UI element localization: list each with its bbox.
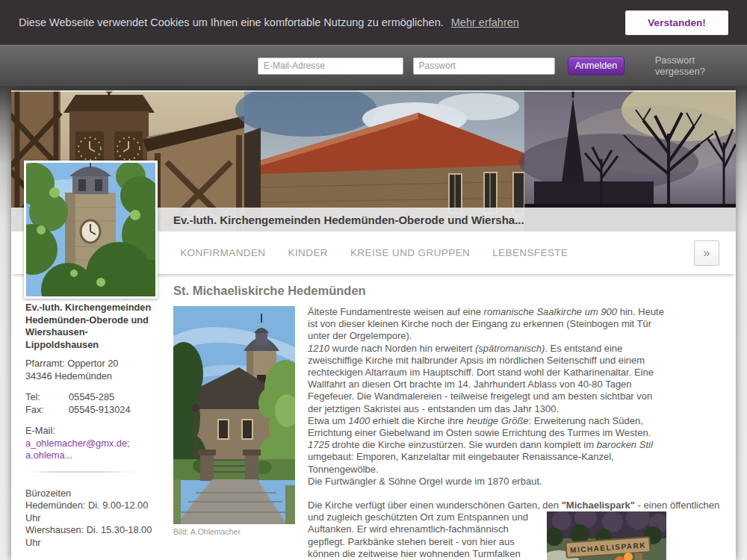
paragraph-park: Die Kirche verfügt über einen wunderschö…	[308, 500, 666, 560]
page-background: Diese Webseite verwendet Cookies um Ihne…	[0, 0, 747, 560]
password-field[interactable]	[413, 57, 556, 75]
email-link[interactable]: a_ohlemacher@gmx.de; a.ohlema...	[25, 438, 157, 462]
office-hours-line: Hedemünden: Di. 9.00-12.00 Uhr	[25, 500, 157, 524]
sidebar-office-hours: Bürozeiten Hedemünden: Di. 9.00-12.00 Uh…	[25, 488, 157, 550]
text-segment: Die Furtwängler & Söhne Orgel wurde im 1…	[308, 476, 542, 487]
nav-next-button[interactable]: »	[694, 240, 719, 266]
text-segment: - einen öffentlichen	[635, 500, 719, 511]
cookie-message: Diese Webseite verwendet Cookies um Ihne…	[19, 16, 444, 28]
text-segment: heutige Größe	[466, 415, 528, 426]
text-segment: romanische Saalkirche um 900	[484, 306, 617, 317]
tel-value: 05545-285	[69, 391, 114, 404]
article-text: Älteste Fundamentreste weisen auf eine r…	[308, 306, 666, 560]
sidebar: Ev.-luth. Kirchengemeinden Hedemünden-Ob…	[11, 274, 166, 560]
text-segment: Älteste Fundamentreste weisen auf eine	[308, 306, 484, 317]
cookie-accept-button[interactable]: Verstanden!	[625, 10, 728, 35]
email-label: E-Mail:	[25, 425, 157, 438]
office-hours-line: Wiershausen: Di. 15.30-18.00 Uhr	[25, 524, 157, 549]
fax-value: 05545-913024	[69, 404, 131, 417]
sidebar-divider	[25, 471, 157, 473]
sidebar-address: Pfarramt: Oppertor 20 34346 Hedemünden	[25, 358, 157, 382]
forgot-password-link[interactable]: Passwort vergessen?	[655, 55, 747, 77]
tab-konfirmanden[interactable]: KONFIRMANDEN	[169, 231, 276, 274]
tab-kreise-und-gruppen[interactable]: KREISE UND GRUPPEN	[339, 231, 481, 274]
sidebar-phone: Tel: 05545-285 Fax: 05545-913024	[25, 391, 157, 416]
tel-label: Tel:	[25, 391, 69, 404]
cookie-banner: Diese Webseite verwendet Cookies um Ihne…	[0, 0, 747, 45]
text-segment: umgebaut: Emporen, Kanzelaltar mit einge…	[308, 451, 614, 474]
site-title: Ev.-luth. Kirchengemeinden Hedemünden-Ob…	[173, 214, 524, 226]
main-article: St. Michaeliskirche Hedemünden	[166, 274, 736, 560]
text-segment: Die Kirche verfügt über einen wunderschö…	[308, 500, 562, 511]
park-photo-figure: MICHAELISPARK	[547, 511, 666, 560]
text-segment: "Michaelispark"	[562, 500, 635, 511]
text-segment: Etwa um	[308, 415, 348, 426]
park-intro-line: Die Kirche verfügt über einen wunderschö…	[308, 500, 666, 511]
sidebar-org-name: Ev.-luth. Kirchengemeinden Hedemünden-Ob…	[25, 302, 157, 351]
sidebar-tower-photo	[26, 163, 155, 296]
sidebar-email: E-Mail: a_ohlemacher@gmx.de; a.ohlema...	[25, 425, 157, 462]
church-photo	[173, 306, 295, 524]
sidebar-photo-card	[24, 161, 158, 299]
text-segment: 1210	[308, 343, 329, 354]
park-photo: MICHAELISPARK	[547, 511, 666, 560]
text-segment: wurde nach Norden hin erweitert	[329, 343, 475, 354]
login-button[interactable]: Anmelden	[568, 57, 624, 75]
text-segment: (spätromanisch)	[475, 343, 545, 354]
text-segment: 1725	[308, 439, 329, 450]
paragraph-history: Älteste Fundamentreste weisen auf eine r…	[308, 306, 666, 488]
fax-label: Fax:	[25, 404, 69, 417]
address-line: 34346 Hedemünden	[25, 370, 157, 383]
office-hours-title: Bürozeiten	[25, 488, 157, 500]
text-segment: 1400	[348, 415, 370, 426]
church-photo-figure: Bild: A.Ohlemacher	[173, 306, 295, 560]
address-line: Pfarramt: Oppertor 20	[25, 358, 157, 370]
cookie-learn-more-link[interactable]: Mehr erfahren	[451, 16, 519, 28]
page-title: St. Michaeliskirche Hedemünden	[173, 284, 736, 298]
site-wrapper: Ev.-luth. Kirchengemeinden Hedemünden-Ob…	[11, 90, 736, 560]
content-area: Ev.-luth. Kirchengemeinden Hedemünden-Ob…	[11, 274, 736, 560]
park-text: und zugleich geschützten Ort zum Entspan…	[308, 511, 538, 560]
church-photo-caption: Bild: A.Ohlemacher	[173, 527, 295, 536]
text-segment: drohte die Kirche einzustürzen. Sie wurd…	[329, 439, 597, 450]
tab-lebensfeste[interactable]: LEBENSFESTE	[481, 231, 579, 274]
text-segment: barocken Stil	[597, 439, 653, 450]
tab-kinder[interactable]: KINDER	[277, 231, 339, 274]
email-field[interactable]	[258, 57, 403, 75]
login-bar: Anmelden Passwort vergessen?	[0, 45, 747, 86]
text-segment: erhielt die Kirche ihre	[370, 415, 466, 426]
